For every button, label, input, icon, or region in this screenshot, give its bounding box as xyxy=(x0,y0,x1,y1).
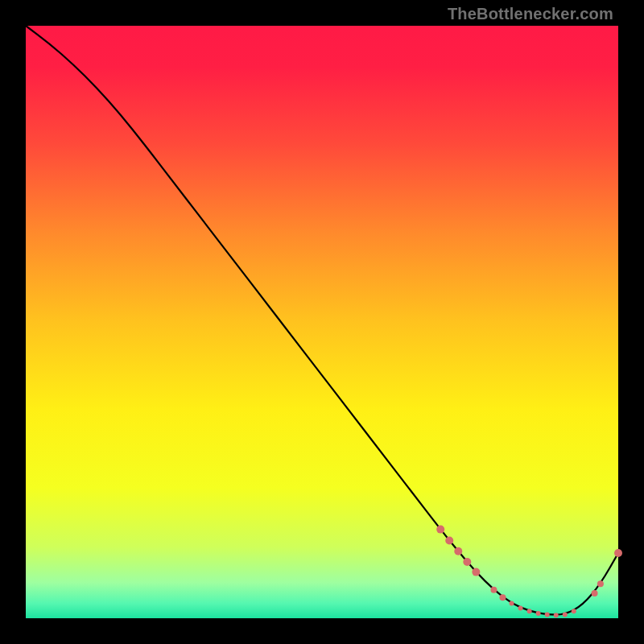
curve-marker xyxy=(614,549,622,557)
curve-marker xyxy=(490,587,497,593)
curve-marker xyxy=(445,537,453,545)
curve-marker xyxy=(436,526,444,534)
bottleneck-curve xyxy=(26,26,618,615)
curve-marker xyxy=(563,613,568,617)
curve-marker xyxy=(536,611,541,616)
watermark-text: TheBottlenecker.com xyxy=(448,5,613,23)
curve-marker xyxy=(510,601,514,606)
chart-frame xyxy=(26,26,618,618)
curve-marker xyxy=(572,609,576,613)
curve-marker xyxy=(592,590,598,597)
curve-marker xyxy=(472,568,480,576)
curve-marker xyxy=(518,605,523,610)
curve-marker xyxy=(597,580,604,587)
curve-marker xyxy=(545,613,550,617)
curve-marker xyxy=(554,613,559,617)
curve-marker xyxy=(499,594,506,601)
curve-marker xyxy=(454,547,462,555)
curve-marker xyxy=(463,558,471,566)
curve-layer xyxy=(26,26,618,618)
curve-markers xyxy=(436,526,622,618)
curve-marker xyxy=(527,609,532,613)
